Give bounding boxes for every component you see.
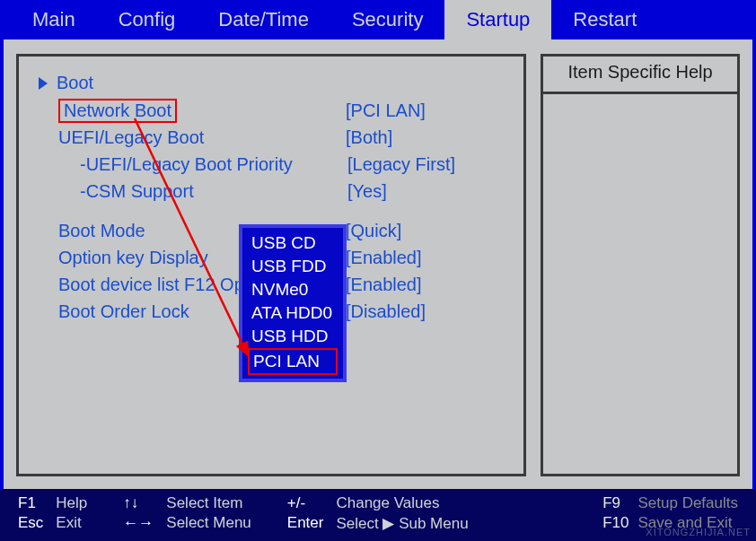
key-f10: F10 <box>602 514 629 532</box>
dd-item-usb-hdd[interactable]: USB HDD <box>248 325 338 348</box>
value-network-boot: [PCI LAN] <box>346 100 426 121</box>
tab-startup[interactable]: Startup <box>444 0 551 39</box>
legend-col-2: ↑↓Select Item ←→Select Menu <box>123 494 251 532</box>
network-boot-dropdown[interactable]: USB CD USB FDD NVMe0 ATA HDD0 USB HDD PC… <box>239 224 347 382</box>
row-uefi-priority[interactable]: -UEFI/Legacy Boot Priority [Legacy First… <box>39 151 504 178</box>
label-uefi-legacy: UEFI/Legacy Boot <box>58 127 346 148</box>
label-network-boot: Network Boot <box>58 99 177 123</box>
key-f1-label: Help <box>56 494 87 512</box>
legend-col-1: F1Help EscExit <box>18 494 87 532</box>
value-option-key: [Enabled] <box>346 248 422 268</box>
tab-config[interactable]: Config <box>97 0 198 39</box>
key-leftright-label: Select Menu <box>166 514 251 532</box>
key-plusminus: +/- <box>287 494 324 512</box>
dd-item-pci-lan[interactable]: PCI LAN <box>248 348 338 375</box>
key-f1: F1 <box>18 494 43 512</box>
key-updown: ↑↓ <box>123 494 154 512</box>
boot-header-label: Boot <box>57 73 93 93</box>
tab-security[interactable]: Security <box>330 0 444 39</box>
key-leftright: ←→ <box>123 514 154 532</box>
boot-header[interactable]: Boot <box>39 73 504 93</box>
row-network-boot[interactable]: Network Boot [PCI LAN] <box>39 97 504 124</box>
tab-restart[interactable]: Restart <box>551 0 658 39</box>
row-uefi-legacy[interactable]: UEFI/Legacy Boot [Both] <box>39 124 504 151</box>
key-updown-label: Select Item <box>166 494 251 512</box>
value-uefi-legacy: [Both] <box>346 127 392 148</box>
tab-main[interactable]: Main <box>11 0 97 39</box>
key-f9: F9 <box>602 494 629 512</box>
value-boot-mode: [Quick] <box>346 221 401 241</box>
main-panel: Boot Network Boot [PCI LAN] UEFI/Legacy … <box>4 39 752 489</box>
key-esc-label: Exit <box>56 514 87 532</box>
help-title: Item Specific Help <box>543 57 737 94</box>
value-uefi-priority: [Legacy First] <box>347 154 455 175</box>
tab-bar: Main Config Date/Time Security Startup R… <box>0 0 756 39</box>
value-boot-order-lock: [Disabled] <box>346 301 426 322</box>
key-enter-label: Select ▶ Sub Menu <box>336 514 468 533</box>
label-uefi-priority: -UEFI/Legacy Boot Priority <box>80 154 347 175</box>
dd-item-ata-hdd0[interactable]: ATA HDD0 <box>248 301 338 325</box>
dd-item-usb-cd[interactable]: USB CD <box>248 231 338 255</box>
spacer <box>39 205 504 217</box>
legend-bar: F1Help EscExit ↑↓Select Item ←→Select Me… <box>0 489 756 541</box>
key-f9-label: Setup Defaults <box>637 494 738 512</box>
value-boot-list-f12: [Enabled] <box>346 275 422 295</box>
triangle-right-icon <box>39 77 48 90</box>
value-csm: [Yes] <box>347 181 387 202</box>
row-csm[interactable]: -CSM Support [Yes] <box>39 178 504 205</box>
help-box: Item Specific Help <box>541 54 740 476</box>
key-esc: Esc <box>18 514 43 532</box>
key-enter: Enter <box>287 514 324 533</box>
label-csm: -CSM Support <box>80 181 347 202</box>
legend-col-3: +/-Change Values EnterSelect ▶ Sub Menu <box>287 494 469 533</box>
dd-item-nvme0[interactable]: NVMe0 <box>248 278 338 301</box>
key-plusminus-label: Change Values <box>336 494 468 512</box>
watermark: XITONGZHIJIA.NET <box>646 527 751 537</box>
tab-datetime[interactable]: Date/Time <box>197 0 330 39</box>
dd-item-usb-fdd[interactable]: USB FDD <box>248 255 338 278</box>
